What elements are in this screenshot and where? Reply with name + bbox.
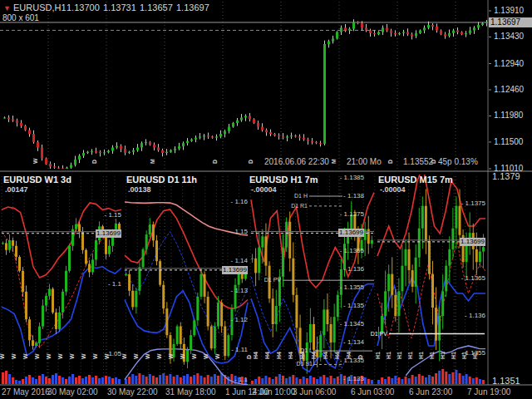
candle-body <box>344 27 347 30</box>
candle-body <box>57 168 60 169</box>
candle-body <box>16 121 18 123</box>
candle-body <box>196 297 199 320</box>
candle-body <box>35 343 37 346</box>
candle-body <box>411 270 414 287</box>
candle-body <box>207 135 209 136</box>
candle-body <box>448 33 451 36</box>
volume-bar <box>173 377 175 384</box>
candle-body <box>406 32 409 35</box>
volume-bar <box>364 377 367 384</box>
volume-bar <box>118 379 121 384</box>
candle-body <box>165 308 168 335</box>
candle-body <box>455 206 457 229</box>
candle-body <box>68 246 71 271</box>
volume-bar <box>169 374 171 384</box>
candle-body <box>292 259 294 295</box>
candle-body <box>103 152 106 153</box>
volume-bar <box>35 379 37 384</box>
volume-bar <box>258 377 260 384</box>
candle-body <box>217 303 219 326</box>
candle-body <box>461 32 463 35</box>
candle-body <box>361 23 363 27</box>
candle-body <box>62 292 64 313</box>
volume-bar <box>326 377 328 384</box>
candle-body <box>253 119 255 123</box>
candle-body <box>411 34 413 36</box>
subchart-1 <box>125 202 248 385</box>
candle-body <box>286 136 288 137</box>
chart-canvas[interactable] <box>0 0 532 399</box>
candle-body <box>398 33 401 34</box>
volume-bar <box>230 374 233 384</box>
candle-body <box>382 27 384 32</box>
candle-body <box>428 241 431 274</box>
candle-body <box>348 29 351 31</box>
volume-bar <box>288 377 291 384</box>
volume-bar <box>180 377 182 384</box>
candle-body <box>176 327 179 344</box>
volume-bar <box>347 377 349 384</box>
volume-bar <box>268 377 271 384</box>
candle-body <box>18 257 21 271</box>
candle-body <box>315 142 318 143</box>
volume-bar <box>159 375 161 384</box>
candle-body <box>161 150 164 153</box>
candle-body <box>135 291 137 308</box>
candle-body <box>440 31 442 35</box>
volume-bar <box>282 376 284 384</box>
candle-body <box>155 240 158 261</box>
candle-body <box>49 164 52 166</box>
volume-bar <box>8 374 11 384</box>
candle-body <box>224 327 226 357</box>
candle-body <box>70 165 72 167</box>
signal-dashed-line <box>125 232 248 336</box>
candle-body <box>371 240 373 244</box>
candle-body <box>45 159 47 165</box>
volume-bar <box>5 371 7 384</box>
candle-body <box>232 123 234 127</box>
volume-bar <box>138 373 140 384</box>
candle-body <box>157 147 160 150</box>
candle-body <box>336 32 338 39</box>
candle-body <box>479 252 481 263</box>
volume-bar <box>472 378 475 384</box>
candle-body <box>465 33 467 34</box>
candle-body <box>330 324 332 342</box>
candle-body <box>149 142 151 145</box>
volume-bar <box>32 377 34 384</box>
candle-body <box>326 309 328 324</box>
candle-body <box>299 328 302 353</box>
candle-body <box>234 285 237 308</box>
volume-bar <box>131 374 134 384</box>
volume-bar <box>421 376 424 384</box>
volume-bar <box>28 375 31 384</box>
volume-bar <box>91 377 94 384</box>
volume-bar <box>48 378 51 384</box>
volume-bar <box>391 378 393 384</box>
volume-bar <box>105 376 107 384</box>
candle-body <box>162 285 165 308</box>
volume-bar <box>75 377 77 384</box>
volume-bar <box>405 377 407 384</box>
candle-body <box>52 289 54 313</box>
volume-bar <box>316 379 318 384</box>
volume-bar <box>149 374 151 384</box>
volume-bar <box>254 379 257 384</box>
candle-body <box>431 274 434 308</box>
candle-body <box>369 31 372 33</box>
candle-body <box>204 274 206 297</box>
volume-bar <box>217 376 219 384</box>
candle-body <box>220 303 223 326</box>
candle-body <box>37 142 39 148</box>
candle-body <box>152 224 155 240</box>
candle-body <box>195 138 197 140</box>
candle-body <box>290 135 293 136</box>
volume-bar <box>204 377 206 384</box>
candle-body <box>186 141 189 144</box>
candle-body <box>401 266 403 292</box>
candle-body <box>261 127 264 131</box>
candle-body <box>328 42 330 44</box>
volume-bar <box>438 371 441 384</box>
volume-bar <box>462 376 465 384</box>
subwindow <box>2 166 485 385</box>
